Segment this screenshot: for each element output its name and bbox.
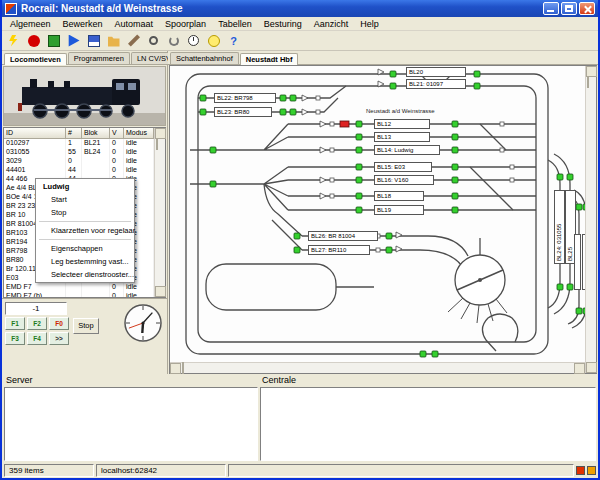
scroll-thumb[interactable] — [182, 362, 184, 374]
f4-button[interactable]: F4 — [27, 332, 47, 345]
context-menu-item[interactable]: Eigenschappen — [37, 242, 133, 255]
signal-icon[interactable] — [200, 95, 206, 101]
signal-icon[interactable] — [432, 351, 438, 357]
sensor-icon[interactable] — [316, 96, 320, 100]
sensor-icon[interactable] — [376, 248, 380, 252]
track-plan[interactable]: BL20 BL21: 01097 BL22: BR798 BL23: BR80 … — [170, 66, 585, 362]
context-menu-item[interactable]: Klaarzetten voor regelaar — [37, 224, 133, 237]
sensor-icon[interactable] — [316, 110, 320, 114]
sensor-icon[interactable] — [330, 148, 334, 152]
context-menu-item[interactable]: Start — [37, 193, 133, 206]
context-menu-item[interactable]: Stop — [37, 206, 133, 219]
signal-icon[interactable] — [386, 233, 392, 239]
sensor-icon[interactable] — [510, 165, 514, 169]
route-arrow-icon[interactable] — [320, 121, 326, 127]
signal-icon[interactable] — [210, 147, 216, 153]
signal-icon[interactable] — [452, 207, 458, 213]
block-label-siding-b[interactable] — [582, 234, 585, 290]
col-header-blok[interactable]: Blok — [82, 128, 110, 139]
plan-vscrollbar[interactable] — [585, 66, 596, 373]
table-scrollbar[interactable] — [154, 128, 165, 297]
signal-icon[interactable] — [280, 95, 286, 101]
signal-icon[interactable] — [474, 71, 480, 77]
signal-icon[interactable] — [567, 284, 573, 290]
signal-icon[interactable] — [452, 134, 458, 140]
toolbar-button-track-power[interactable] — [44, 32, 63, 49]
context-menu-item[interactable] — [39, 221, 131, 222]
signal-icon[interactable] — [390, 71, 396, 77]
signal-icon[interactable] — [386, 247, 392, 253]
signal-icon[interactable] — [452, 147, 458, 153]
signal-icon[interactable] — [356, 121, 362, 127]
signal-icon[interactable] — [294, 247, 300, 253]
toolbar-button-edit[interactable] — [124, 32, 143, 49]
signal-icon[interactable] — [356, 147, 362, 153]
signal-icon[interactable] — [583, 204, 585, 210]
toolbar-button-clock[interactable] — [184, 32, 203, 49]
signal-icon[interactable] — [474, 83, 480, 89]
menu-item[interactable]: Besturing — [258, 18, 308, 30]
block-label-bl27[interactable]: BL27: BR110 — [308, 245, 370, 255]
plan-hscrollbar[interactable] — [170, 362, 585, 373]
signal-icon[interactable] — [576, 308, 582, 314]
block-label-bl14[interactable]: BL14: Ludwig — [374, 145, 440, 155]
tab-schattenbahnhof[interactable]: Schattenbahnhof — [170, 52, 239, 64]
sensor-icon[interactable] — [330, 178, 334, 182]
scroll-thumb[interactable] — [587, 76, 589, 88]
signal-icon[interactable] — [567, 174, 573, 180]
scroll-down-icon[interactable] — [586, 362, 597, 373]
signal-icon[interactable] — [452, 193, 458, 199]
signal-icon[interactable] — [420, 351, 426, 357]
route-arrow-icon[interactable] — [320, 177, 326, 183]
block-label-bl21[interactable]: BL21: 01097 — [406, 79, 466, 89]
signal-icon[interactable] — [356, 177, 362, 183]
sensor-icon[interactable] — [510, 178, 514, 182]
col-header-modus[interactable]: Modus — [124, 128, 154, 139]
toolbar-button-save[interactable] — [84, 32, 103, 49]
context-menu-item[interactable]: Leg bestemming vast... — [37, 255, 133, 268]
tab-neustadt-hbf[interactable]: Neustadt Hbf — [240, 53, 299, 65]
table-row[interactable]: 010297 1 BL21 0 idle — [4, 139, 154, 148]
block-label-bl16[interactable]: BL16: V160 — [374, 175, 434, 185]
block-label-bl13[interactable]: BL13 — [374, 132, 430, 142]
scroll-right-icon[interactable] — [574, 363, 585, 374]
sensor-icon[interactable] — [330, 122, 334, 126]
context-menu-item[interactable] — [39, 239, 131, 240]
f0-button[interactable]: F0 — [49, 317, 69, 330]
menu-item[interactable]: Aanzicht — [308, 18, 355, 30]
scroll-down-icon[interactable] — [155, 286, 166, 297]
col-header-number[interactable]: # — [66, 128, 82, 139]
table-row[interactable]: 031055 55 BL24 0 idle — [4, 148, 154, 157]
col-header-v[interactable]: V — [110, 128, 124, 139]
table-row[interactable]: EMD F7 (b) 0 idle — [4, 292, 154, 297]
toolbar-button-open[interactable] — [104, 32, 123, 49]
toolbar-button-help[interactable] — [224, 32, 243, 49]
tab-programmeren[interactable]: Programmeren — [68, 52, 130, 64]
block-label-bl15[interactable]: BL15: E03 — [374, 162, 432, 172]
sensor-icon[interactable] — [500, 122, 504, 126]
tab-locomotieven[interactable]: Locomotieven — [4, 53, 67, 65]
block-label-bl19[interactable]: BL19 — [374, 205, 424, 215]
menu-item[interactable]: Algemeen — [4, 18, 57, 30]
signal-icon[interactable] — [576, 204, 582, 210]
block-label-siding-a[interactable] — [574, 234, 581, 290]
menu-item[interactable]: Spoorplan — [159, 18, 212, 30]
signal-icon[interactable] — [356, 193, 362, 199]
menu-item[interactable]: Bewerken — [57, 18, 109, 30]
signal-icon[interactable] — [290, 95, 296, 101]
block-label-bl20[interactable]: BL20 — [406, 67, 466, 77]
block-label-bl22[interactable]: BL22: BR798 — [214, 93, 276, 103]
table-row[interactable]: 3029 0 0 idle — [4, 157, 154, 166]
f3-button[interactable]: F3 — [5, 332, 25, 345]
signal-icon[interactable] — [452, 177, 458, 183]
signal-icon[interactable] — [583, 308, 585, 314]
toolbar-button-power[interactable] — [4, 32, 23, 49]
menu-item[interactable]: Help — [354, 18, 385, 30]
centrale-log[interactable] — [260, 387, 596, 461]
minimize-button[interactable] — [543, 2, 559, 15]
signal-icon[interactable] — [294, 233, 300, 239]
menu-item[interactable]: Automaat — [109, 18, 160, 30]
context-menu-item[interactable]: Selecteer dienstrooster... — [37, 268, 133, 281]
maximize-button[interactable] — [561, 2, 577, 15]
menu-item[interactable]: Tabellen — [212, 18, 258, 30]
